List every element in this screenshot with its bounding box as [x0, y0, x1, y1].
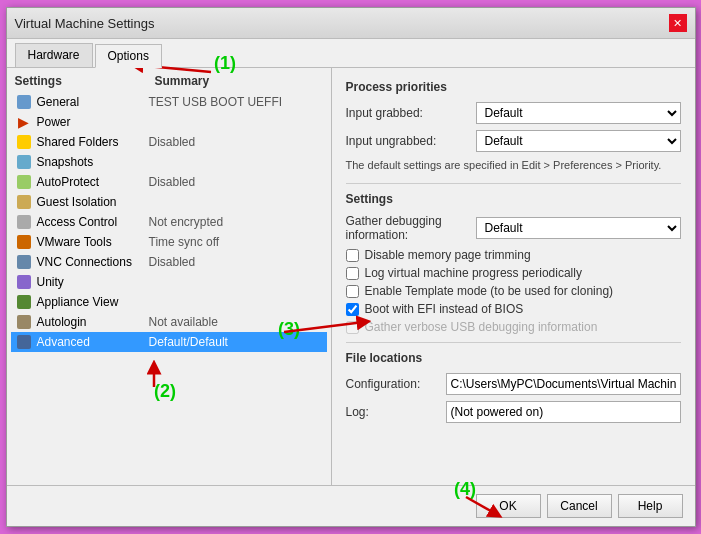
- preferences-hint: The default settings are specified in Ed…: [346, 158, 681, 173]
- snapshots-icon: [15, 154, 33, 170]
- guest-isolation-icon: [15, 194, 33, 210]
- item-name-general: General: [37, 95, 149, 109]
- checkbox-row-boot-efi: Boot with EFI instead of BIOS: [346, 302, 681, 316]
- item-name-shared-folders: Shared Folders: [37, 135, 149, 149]
- autoprotect-icon: [15, 174, 33, 190]
- label-enable-template: Enable Template mode (to be used for clo…: [365, 284, 614, 298]
- settings-item-vnc-connections[interactable]: VNC Connections Disabled: [11, 252, 327, 272]
- right-panel: Process priorities Input grabbed: Defaul…: [332, 68, 695, 485]
- input-ungrabbed-select[interactable]: Default: [476, 130, 681, 152]
- config-row: Configuration:: [346, 373, 681, 395]
- settings-section-title: Settings: [346, 192, 681, 206]
- settings-item-access-control[interactable]: Access Control Not encrypted: [11, 212, 327, 232]
- item-summary-autoprotect: Disabled: [149, 175, 323, 189]
- item-name-vnc-connections: VNC Connections: [37, 255, 149, 269]
- input-grabbed-row: Input grabbed: Default: [346, 102, 681, 124]
- item-name-vmware-tools: VMware Tools: [37, 235, 149, 249]
- col-settings: Settings: [15, 74, 155, 88]
- checkbox-boot-efi[interactable]: [346, 303, 359, 316]
- appliance-view-icon: [15, 294, 33, 310]
- tab-hardware[interactable]: Hardware: [15, 43, 93, 67]
- virtual-machine-settings-dialog: Virtual Machine Settings ✕ Hardware Opti…: [6, 7, 696, 527]
- item-name-unity: Unity: [37, 275, 149, 289]
- settings-item-general[interactable]: General TEST USB BOOT UEFFI: [11, 92, 327, 112]
- item-summary-vnc-connections: Disabled: [149, 255, 323, 269]
- help-button[interactable]: Help: [618, 494, 683, 518]
- input-grabbed-label: Input grabbed:: [346, 106, 476, 120]
- input-ungrabbed-label: Input ungrabbed:: [346, 134, 476, 148]
- shared-folders-icon: [15, 134, 33, 150]
- autologin-icon: [15, 314, 33, 330]
- checkbox-disable-mem[interactable]: [346, 249, 359, 262]
- settings-item-advanced[interactable]: Advanced Default/Default: [11, 332, 327, 352]
- gather-select[interactable]: Default: [476, 217, 681, 239]
- settings-item-vmware-tools[interactable]: VMware Tools Time sync off: [11, 232, 327, 252]
- gather-row: Gather debugging information: Default: [346, 214, 681, 242]
- settings-item-unity[interactable]: Unity: [11, 272, 327, 292]
- label-log-vm: Log virtual machine progress periodicall…: [365, 266, 582, 280]
- power-icon: ▶: [15, 114, 33, 130]
- tab-bar: Hardware Options: [7, 39, 695, 68]
- main-content: Settings Summary General TEST USB BOOT U…: [7, 68, 695, 485]
- item-name-snapshots: Snapshots: [37, 155, 149, 169]
- settings-item-shared-folders[interactable]: Shared Folders Disabled: [11, 132, 327, 152]
- log-label: Log:: [346, 405, 446, 419]
- cancel-button[interactable]: Cancel: [547, 494, 612, 518]
- checkbox-row-enable-template: Enable Template mode (to be used for clo…: [346, 284, 681, 298]
- divider-2: [346, 342, 681, 343]
- checkbox-row-gather-verbose: Gather verbose USB debugging information: [346, 320, 681, 334]
- close-button[interactable]: ✕: [669, 14, 687, 32]
- item-summary-advanced: Default/Default: [149, 335, 323, 349]
- ok-button[interactable]: OK: [476, 494, 541, 518]
- bottom-bar: OK Cancel Help: [7, 485, 695, 526]
- vmware-tools-icon: [15, 234, 33, 250]
- checkbox-log-vm[interactable]: [346, 267, 359, 280]
- label-boot-efi: Boot with EFI instead of BIOS: [365, 302, 524, 316]
- col-summary: Summary: [155, 74, 323, 88]
- settings-header: Settings Summary: [11, 72, 327, 90]
- divider-1: [346, 183, 681, 184]
- process-section-title: Process priorities: [346, 80, 681, 94]
- item-name-appliance-view: Appliance View: [37, 295, 149, 309]
- checkbox-enable-template[interactable]: [346, 285, 359, 298]
- input-grabbed-select[interactable]: Default: [476, 102, 681, 124]
- item-summary-vmware-tools: Time sync off: [149, 235, 323, 249]
- item-name-advanced: Advanced: [37, 335, 149, 349]
- item-name-autologin: Autologin: [37, 315, 149, 329]
- vnc-connections-icon: [15, 254, 33, 270]
- settings-item-autoprotect[interactable]: AutoProtect Disabled: [11, 172, 327, 192]
- item-name-guest-isolation: Guest Isolation: [37, 195, 149, 209]
- gather-label: Gather debugging information:: [346, 214, 476, 242]
- log-input[interactable]: [446, 401, 681, 423]
- label-disable-mem: Disable memory page trimming: [365, 248, 531, 262]
- item-summary-autologin: Not available: [149, 315, 323, 329]
- settings-item-autologin[interactable]: Autologin Not available: [11, 312, 327, 332]
- input-ungrabbed-row: Input ungrabbed: Default: [346, 130, 681, 152]
- config-label: Configuration:: [346, 377, 446, 391]
- checkbox-row-log-vm: Log virtual machine progress periodicall…: [346, 266, 681, 280]
- item-summary-access-control: Not encrypted: [149, 215, 323, 229]
- item-name-access-control: Access Control: [37, 215, 149, 229]
- file-section-title: File locations: [346, 351, 681, 365]
- log-row: Log:: [346, 401, 681, 423]
- dialog-title: Virtual Machine Settings: [15, 16, 155, 31]
- item-name-power: Power: [37, 115, 149, 129]
- settings-item-guest-isolation[interactable]: Guest Isolation: [11, 192, 327, 212]
- settings-item-snapshots[interactable]: Snapshots: [11, 152, 327, 172]
- checkbox-row-disable-mem: Disable memory page trimming: [346, 248, 681, 262]
- unity-icon: [15, 274, 33, 290]
- left-panel: Settings Summary General TEST USB BOOT U…: [7, 68, 332, 485]
- item-summary-general: TEST USB BOOT UEFFI: [149, 95, 323, 109]
- title-bar: Virtual Machine Settings ✕: [7, 8, 695, 39]
- checkbox-gather-verbose[interactable]: [346, 321, 359, 334]
- advanced-icon: [15, 334, 33, 350]
- config-input[interactable]: [446, 373, 681, 395]
- general-icon: [15, 94, 33, 110]
- tab-options[interactable]: Options: [95, 44, 162, 68]
- settings-item-appliance-view[interactable]: Appliance View: [11, 292, 327, 312]
- item-summary-shared-folders: Disabled: [149, 135, 323, 149]
- settings-item-power[interactable]: ▶ Power: [11, 112, 327, 132]
- access-control-icon: [15, 214, 33, 230]
- item-name-autoprotect: AutoProtect: [37, 175, 149, 189]
- label-gather-verbose: Gather verbose USB debugging information: [365, 320, 598, 334]
